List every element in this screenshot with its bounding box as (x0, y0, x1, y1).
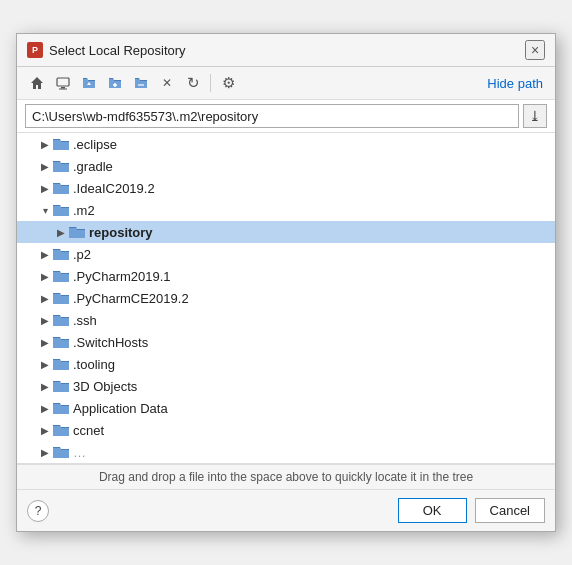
svg-rect-2 (61, 87, 65, 89)
folder-extra-button[interactable] (129, 71, 153, 95)
ok-button[interactable]: OK (398, 498, 467, 523)
tree-item-more[interactable]: ▶ … (17, 441, 555, 463)
title-bar-left: P Select Local Repository (27, 42, 186, 58)
tree-label-gradle: .gradle (73, 159, 113, 174)
toolbar: ✕ ↻ ⚙ Hide path (17, 67, 555, 100)
home-button[interactable] (25, 71, 49, 95)
tree-item-appdata[interactable]: ▶ Application Data (17, 397, 555, 419)
tree-label-pycharm: .PyCharm2019.1 (73, 269, 171, 284)
arrow-idealc: ▶ (37, 183, 53, 194)
hide-path-button[interactable]: Hide path (483, 74, 547, 93)
tree-item-m2[interactable]: ▾ .m2 (17, 199, 555, 221)
arrow-repository: ▶ (53, 227, 69, 238)
refresh-button[interactable]: ↻ (181, 71, 205, 95)
folder-icon-pycharmce (53, 291, 69, 305)
tree-label-idealc: .IdeaIC2019.2 (73, 181, 155, 196)
path-download-button[interactable]: ⤓ (523, 104, 547, 128)
folder-icon-eclipse (53, 137, 69, 151)
folder-icon-pycharm (53, 269, 69, 283)
svg-marker-0 (31, 77, 43, 89)
tree-label-ssh: .ssh (73, 313, 97, 328)
arrow-m2: ▾ (37, 205, 53, 216)
arrow-3dobjects: ▶ (37, 381, 53, 392)
dialog-title: Select Local Repository (49, 43, 186, 58)
computer-icon (56, 76, 70, 90)
dialog: P Select Local Repository × (16, 33, 556, 532)
tree-item-repository[interactable]: ▶ repository (17, 221, 555, 243)
folder-icon-ssh (53, 313, 69, 327)
folder-icon-gradle (53, 159, 69, 173)
tree-label-switchhosts: .SwitchHosts (73, 335, 148, 350)
arrow-gradle: ▶ (37, 161, 53, 172)
arrow-ccnet: ▶ (37, 425, 53, 436)
arrow-eclipse: ▶ (37, 139, 53, 150)
tree-label-m2: .m2 (73, 203, 95, 218)
folder-icon-idealc (53, 181, 69, 195)
svg-rect-1 (57, 78, 69, 86)
tree-item-3dobjects[interactable]: ▶ 3D Objects (17, 375, 555, 397)
folder-icon-switchhosts (53, 335, 69, 349)
tree-label-appdata: Application Data (73, 401, 168, 416)
arrow-pycharm: ▶ (37, 271, 53, 282)
arrow-appdata: ▶ (37, 403, 53, 414)
tree-item-eclipse[interactable]: ▶ .eclipse (17, 133, 555, 155)
tree-label-eclipse: .eclipse (73, 137, 117, 152)
folder-icon-more (53, 445, 69, 459)
footer-actions: OK Cancel (398, 498, 545, 523)
tree-label-more: … (73, 445, 86, 460)
folder-up-icon (82, 76, 96, 90)
drag-hint: Drag and drop a file into the space abov… (17, 464, 555, 490)
tree-item-tooling[interactable]: ▶ .tooling (17, 353, 555, 375)
tree-item-p2[interactable]: ▶ .p2 (17, 243, 555, 265)
close-button[interactable]: × (525, 40, 545, 60)
tree-item-idealc[interactable]: ▶ .IdeaIC2019.2 (17, 177, 555, 199)
arrow-pycharmce: ▶ (37, 293, 53, 304)
tree-label-ccnet: ccnet (73, 423, 104, 438)
tree-label-3dobjects: 3D Objects (73, 379, 137, 394)
arrow-p2: ▶ (37, 249, 53, 260)
arrow-more: ▶ (37, 447, 53, 458)
cancel-button[interactable]: Cancel (475, 498, 545, 523)
tree-item-ssh[interactable]: ▶ .ssh (17, 309, 555, 331)
toolbar-separator (210, 74, 211, 92)
delete-button[interactable]: ✕ (155, 71, 179, 95)
tree-label-tooling: .tooling (73, 357, 115, 372)
folder-new-icon (108, 76, 122, 90)
footer: ? OK Cancel (17, 490, 555, 531)
folder-icon-appdata (53, 401, 69, 415)
help-button[interactable]: ? (27, 500, 49, 522)
folder-new-button[interactable] (103, 71, 127, 95)
tree-item-pycharm[interactable]: ▶ .PyCharm2019.1 (17, 265, 555, 287)
settings-button[interactable]: ⚙ (216, 71, 240, 95)
app-icon: P (27, 42, 43, 58)
tree-label-pycharmce: .PyCharmCE2019.2 (73, 291, 189, 306)
folder-icon-p2 (53, 247, 69, 261)
arrow-tooling: ▶ (37, 359, 53, 370)
tree-item-ccnet[interactable]: ▶ ccnet (17, 419, 555, 441)
tree-item-pycharmce[interactable]: ▶ .PyCharmCE2019.2 (17, 287, 555, 309)
folder-extra-icon (134, 76, 148, 90)
folder-icon-tooling (53, 357, 69, 371)
title-bar: P Select Local Repository × (17, 34, 555, 67)
home-icon (30, 76, 44, 90)
computer-button[interactable] (51, 71, 75, 95)
folder-icon-repository (69, 225, 85, 239)
path-bar: ⤓ (17, 100, 555, 133)
arrow-ssh: ▶ (37, 315, 53, 326)
path-input[interactable] (25, 104, 519, 128)
folder-up-button[interactable] (77, 71, 101, 95)
tree-item-gradle[interactable]: ▶ .gradle (17, 155, 555, 177)
folder-icon-3dobjects (53, 379, 69, 393)
svg-rect-3 (59, 89, 67, 90)
tree-label-p2: .p2 (73, 247, 91, 262)
tree-label-repository: repository (89, 225, 153, 240)
folder-icon-ccnet (53, 423, 69, 437)
arrow-switchhosts: ▶ (37, 337, 53, 348)
folder-icon-m2 (53, 203, 69, 217)
tree-item-switchhosts[interactable]: ▶ .SwitchHosts (17, 331, 555, 353)
file-tree[interactable]: ▶ .eclipse ▶ .gradle ▶ (17, 133, 555, 464)
